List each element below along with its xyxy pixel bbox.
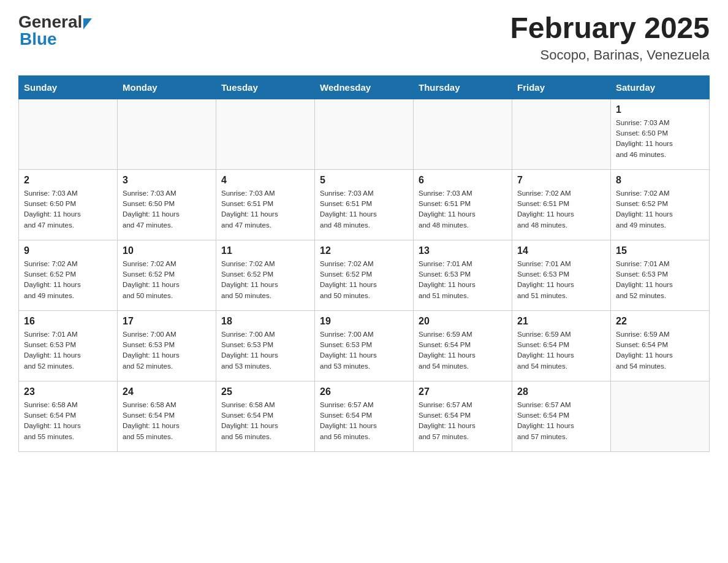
day-cell: 15Sunrise: 7:01 AM Sunset: 6:53 PM Dayli… [611, 240, 710, 310]
location-subtitle: Socopo, Barinas, Venezuela [510, 47, 710, 63]
day-info: Sunrise: 7:03 AM Sunset: 6:50 PM Dayligh… [123, 188, 211, 231]
day-cell [611, 381, 710, 451]
col-wednesday: Wednesday [315, 75, 414, 99]
day-info: Sunrise: 6:57 AM Sunset: 6:54 PM Dayligh… [419, 400, 507, 442]
day-info: Sunrise: 7:03 AM Sunset: 6:51 PM Dayligh… [221, 188, 309, 231]
day-info: Sunrise: 7:02 AM Sunset: 6:52 PM Dayligh… [24, 259, 112, 301]
logo: General Blue [18, 12, 92, 49]
day-info: Sunrise: 7:00 AM Sunset: 6:53 PM Dayligh… [123, 329, 211, 372]
day-number: 27 [419, 386, 507, 397]
calendar-table: Sunday Monday Tuesday Wednesday Thursday… [18, 75, 710, 452]
day-cell: 28Sunrise: 6:57 AM Sunset: 6:54 PM Dayli… [512, 381, 611, 451]
day-info: Sunrise: 7:02 AM Sunset: 6:52 PM Dayligh… [221, 259, 309, 301]
day-number: 28 [517, 386, 605, 397]
day-info: Sunrise: 7:02 AM Sunset: 6:51 PM Dayligh… [517, 188, 605, 231]
day-cell: 21Sunrise: 6:59 AM Sunset: 6:54 PM Dayli… [512, 310, 611, 381]
day-number: 17 [123, 316, 211, 327]
day-info: Sunrise: 7:01 AM Sunset: 6:53 PM Dayligh… [419, 259, 507, 301]
day-info: Sunrise: 7:03 AM Sunset: 6:51 PM Dayligh… [320, 188, 408, 231]
day-cell: 3Sunrise: 7:03 AM Sunset: 6:50 PM Daylig… [118, 169, 216, 240]
day-number: 16 [24, 316, 112, 327]
day-cell [315, 99, 414, 169]
day-cell: 26Sunrise: 6:57 AM Sunset: 6:54 PM Dayli… [315, 381, 414, 451]
day-info: Sunrise: 7:01 AM Sunset: 6:53 PM Dayligh… [616, 259, 704, 301]
day-info: Sunrise: 7:02 AM Sunset: 6:52 PM Dayligh… [320, 259, 408, 301]
day-cell: 12Sunrise: 7:02 AM Sunset: 6:52 PM Dayli… [315, 240, 414, 310]
day-cell [414, 99, 512, 169]
day-info: Sunrise: 6:57 AM Sunset: 6:54 PM Dayligh… [517, 400, 605, 442]
day-number: 20 [419, 316, 507, 327]
day-cell: 19Sunrise: 7:00 AM Sunset: 6:53 PM Dayli… [315, 310, 414, 381]
day-number: 23 [24, 386, 112, 397]
day-number: 21 [517, 316, 605, 327]
day-number: 25 [221, 386, 309, 397]
day-info: Sunrise: 6:59 AM Sunset: 6:54 PM Dayligh… [517, 329, 605, 372]
day-info: Sunrise: 7:02 AM Sunset: 6:52 PM Dayligh… [123, 259, 211, 301]
day-cell: 10Sunrise: 7:02 AM Sunset: 6:52 PM Dayli… [118, 240, 216, 310]
day-cell: 1Sunrise: 7:03 AM Sunset: 6:50 PM Daylig… [611, 99, 710, 169]
day-cell: 17Sunrise: 7:00 AM Sunset: 6:53 PM Dayli… [118, 310, 216, 381]
day-number: 8 [616, 175, 704, 186]
day-number: 13 [419, 245, 507, 256]
day-info: Sunrise: 7:03 AM Sunset: 6:50 PM Dayligh… [616, 118, 704, 160]
week-row-3: 9Sunrise: 7:02 AM Sunset: 6:52 PM Daylig… [19, 240, 710, 310]
day-cell: 8Sunrise: 7:02 AM Sunset: 6:52 PM Daylig… [611, 169, 710, 240]
calendar-body: 1Sunrise: 7:03 AM Sunset: 6:50 PM Daylig… [19, 99, 710, 451]
day-cell: 18Sunrise: 7:00 AM Sunset: 6:53 PM Dayli… [216, 310, 315, 381]
day-cell: 2Sunrise: 7:03 AM Sunset: 6:50 PM Daylig… [19, 169, 118, 240]
calendar-header: Sunday Monday Tuesday Wednesday Thursday… [19, 75, 710, 99]
col-monday: Monday [118, 75, 216, 99]
day-number: 12 [320, 245, 408, 256]
col-thursday: Thursday [414, 75, 512, 99]
day-number: 2 [24, 175, 112, 186]
day-number: 15 [616, 245, 704, 256]
day-number: 22 [616, 316, 704, 327]
day-cell [118, 99, 216, 169]
page-header: General Blue February 2025 Socopo, Barin… [18, 12, 710, 63]
day-cell: 4Sunrise: 7:03 AM Sunset: 6:51 PM Daylig… [216, 169, 315, 240]
day-number: 6 [419, 175, 507, 186]
day-info: Sunrise: 6:57 AM Sunset: 6:54 PM Dayligh… [320, 400, 408, 442]
day-number: 10 [123, 245, 211, 256]
day-number: 9 [24, 245, 112, 256]
day-number: 24 [123, 386, 211, 397]
day-cell: 25Sunrise: 6:58 AM Sunset: 6:54 PM Dayli… [216, 381, 315, 451]
col-sunday: Sunday [19, 75, 118, 99]
week-row-5: 23Sunrise: 6:58 AM Sunset: 6:54 PM Dayli… [19, 381, 710, 451]
day-number: 19 [320, 316, 408, 327]
day-number: 26 [320, 386, 408, 397]
day-cell: 9Sunrise: 7:02 AM Sunset: 6:52 PM Daylig… [19, 240, 118, 310]
col-tuesday: Tuesday [216, 75, 315, 99]
day-cell: 13Sunrise: 7:01 AM Sunset: 6:53 PM Dayli… [414, 240, 512, 310]
day-info: Sunrise: 6:58 AM Sunset: 6:54 PM Dayligh… [221, 400, 309, 442]
logo-blue-text: Blue [20, 29, 57, 49]
day-info: Sunrise: 7:00 AM Sunset: 6:53 PM Dayligh… [221, 329, 309, 372]
day-info: Sunrise: 6:58 AM Sunset: 6:54 PM Dayligh… [123, 400, 211, 442]
day-cell: 22Sunrise: 6:59 AM Sunset: 6:54 PM Dayli… [611, 310, 710, 381]
day-cell: 14Sunrise: 7:01 AM Sunset: 6:53 PM Dayli… [512, 240, 611, 310]
day-cell: 5Sunrise: 7:03 AM Sunset: 6:51 PM Daylig… [315, 169, 414, 240]
day-number: 4 [221, 175, 309, 186]
day-number: 11 [221, 245, 309, 256]
day-info: Sunrise: 7:03 AM Sunset: 6:50 PM Dayligh… [24, 188, 112, 231]
day-cell: 11Sunrise: 7:02 AM Sunset: 6:52 PM Dayli… [216, 240, 315, 310]
day-number: 14 [517, 245, 605, 256]
day-cell: 23Sunrise: 6:58 AM Sunset: 6:54 PM Dayli… [19, 381, 118, 451]
title-section: February 2025 Socopo, Barinas, Venezuela [510, 12, 710, 63]
day-cell [512, 99, 611, 169]
day-cell: 20Sunrise: 6:59 AM Sunset: 6:54 PM Dayli… [414, 310, 512, 381]
day-cell: 16Sunrise: 7:01 AM Sunset: 6:53 PM Dayli… [19, 310, 118, 381]
col-friday: Friday [512, 75, 611, 99]
day-info: Sunrise: 7:01 AM Sunset: 6:53 PM Dayligh… [517, 259, 605, 301]
day-cell [19, 99, 118, 169]
week-row-4: 16Sunrise: 7:01 AM Sunset: 6:53 PM Dayli… [19, 310, 710, 381]
day-info: Sunrise: 7:00 AM Sunset: 6:53 PM Dayligh… [320, 329, 408, 372]
day-info: Sunrise: 6:59 AM Sunset: 6:54 PM Dayligh… [419, 329, 507, 372]
day-info: Sunrise: 6:58 AM Sunset: 6:54 PM Dayligh… [24, 400, 112, 442]
day-number: 7 [517, 175, 605, 186]
day-number: 1 [616, 104, 704, 115]
day-cell: 27Sunrise: 6:57 AM Sunset: 6:54 PM Dayli… [414, 381, 512, 451]
day-info: Sunrise: 6:59 AM Sunset: 6:54 PM Dayligh… [616, 329, 704, 372]
day-cell: 7Sunrise: 7:02 AM Sunset: 6:51 PM Daylig… [512, 169, 611, 240]
week-row-1: 1Sunrise: 7:03 AM Sunset: 6:50 PM Daylig… [19, 99, 710, 169]
